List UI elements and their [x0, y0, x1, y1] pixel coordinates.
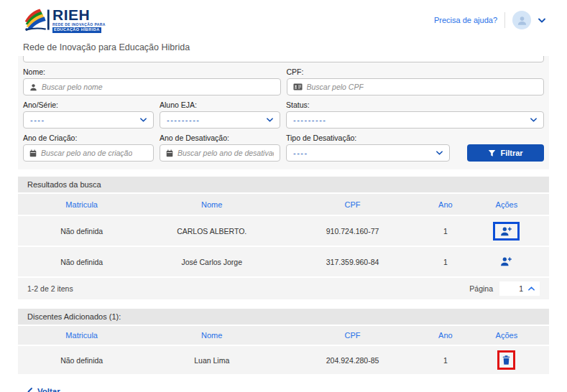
results-table-header: Matricula Nome CPF Ano Ações: [18, 194, 549, 215]
add-student-button[interactable]: [500, 256, 512, 266]
chevron-down-icon: [267, 118, 273, 122]
ano-serie-value: ----: [30, 116, 45, 124]
cpf-label: CPF:: [287, 67, 545, 76]
col-header-acoes: Ações: [464, 331, 549, 340]
page: RIEH REDE DE INOVAÇÃO PARA EDUCAÇÃO HÍBR…: [0, 0, 567, 392]
ano-serie-select[interactable]: ----: [23, 111, 154, 129]
cell-cpf: 204.924.280-85: [278, 356, 427, 365]
add-student-button[interactable]: [500, 226, 512, 236]
added-section-title: Discentes Adicionados (1):: [18, 309, 549, 326]
logo-text: RIEH REDE DE INOVAÇÃO PARA EDUCAÇÃO HÍBR…: [52, 7, 106, 33]
col-header-nome[interactable]: Nome: [145, 331, 278, 340]
ano-desativacao-input[interactable]: Buscar pelo ano de desativação: [160, 144, 280, 162]
ano-desativacao-placeholder: Buscar pelo ano de desativação: [178, 149, 274, 157]
id-card-icon: [293, 83, 303, 90]
page-label: Página: [469, 284, 493, 293]
cell-acoes: [464, 222, 549, 241]
nome-label: Nome:: [23, 67, 281, 76]
cpf-input[interactable]: Buscar pelo CPF: [287, 78, 545, 95]
blue-highlight-box: [493, 222, 520, 241]
cell-nome: José Carlos Jorge: [145, 258, 278, 266]
chevron-down-icon: [530, 118, 537, 122]
ano-serie-field: Ano/Série: ----: [23, 101, 154, 129]
ano-criacao-label: Ano de Criação:: [23, 134, 154, 142]
rieh-logo[interactable]: RIEH REDE DE INOVAÇÃO PARA EDUCAÇÃO HÍBR…: [23, 7, 106, 33]
col-header-cpf[interactable]: CPF: [278, 200, 427, 209]
ano-criacao-field: Ano de Criação: Buscar pelo ano de criaç…: [23, 134, 154, 162]
table-row: Não definida CARLOS ALBERTO. 910.724.160…: [18, 215, 549, 246]
form-row-3: Ano de Criação: Buscar pelo ano de criaç…: [23, 134, 544, 162]
col-header-cpf[interactable]: CPF: [278, 331, 427, 340]
cell-cpf: 910.724.160-77: [278, 227, 427, 235]
col-header-ano[interactable]: Ano: [427, 331, 464, 340]
results-table-footer: 1-2 de 2 itens Página 1: [18, 276, 549, 299]
person-plus-icon: [500, 226, 512, 236]
cell-ano: 1: [427, 227, 464, 235]
filtrar-button[interactable]: Filtrar: [467, 144, 544, 162]
top-right-actions: Precisa de ajuda?: [434, 11, 545, 29]
user-menu-chevron-down-icon[interactable]: [538, 18, 545, 23]
clipped-input[interactable]: [23, 56, 544, 62]
col-header-nome[interactable]: Nome: [145, 200, 278, 209]
book-fan-logo-icon: [23, 7, 50, 33]
page-title: Rede de Inovação para Educação Hibrida: [0, 36, 567, 56]
chevron-down-icon: [140, 118, 147, 122]
ano-desativacao-label: Ano de Desativação:: [160, 134, 280, 142]
page-number: 1: [519, 284, 523, 293]
ano-criacao-placeholder: Buscar pelo ano de criação: [41, 149, 132, 157]
filtrar-label: Filtrar: [500, 149, 522, 157]
col-header-acoes: Ações: [464, 200, 549, 209]
funnel-icon: [488, 149, 496, 157]
cell-matricula: Não definida: [18, 227, 145, 235]
user-avatar[interactable]: [512, 11, 531, 29]
voltar-link[interactable]: Voltar: [27, 387, 60, 392]
filter-button-wrap: Filtrar: [456, 134, 544, 162]
table-row: Não definida José Carlos Jorge 317.359.9…: [18, 246, 549, 276]
cell-acoes: [464, 350, 549, 370]
aluno-eja-value: ---------: [167, 116, 200, 124]
nome-input[interactable]: Buscar pelo nome: [23, 78, 281, 95]
caret-up-icon[interactable]: [528, 286, 535, 291]
cpf-placeholder: Buscar pelo CPF: [307, 83, 364, 91]
items-count: 1-2 de 2 itens: [27, 284, 73, 293]
chevron-left-icon: [27, 388, 32, 392]
logo-subtitle-1: REDE DE INOVAÇÃO PARA: [52, 23, 106, 27]
col-header-matricula[interactable]: Matricula: [18, 331, 145, 340]
cell-nome: Luan Lima: [145, 356, 278, 365]
help-link[interactable]: Precisa de ajuda?: [434, 16, 497, 24]
tipo-desativacao-field: Tipo de Desativação: ----: [286, 134, 450, 162]
person-plus-icon: [500, 256, 512, 266]
delete-student-button[interactable]: [502, 355, 510, 365]
aluno-eja-label: Aluno EJA:: [160, 101, 280, 109]
col-header-ano[interactable]: Ano: [427, 200, 464, 209]
page-number-stepper[interactable]: 1: [499, 281, 540, 296]
status-value: ---------: [293, 116, 326, 124]
added-students-section: Discentes Adicionados (1): Matricula Nom…: [18, 309, 549, 374]
pagination: Página 1: [469, 281, 540, 296]
chevron-down-icon: [436, 151, 443, 155]
table-row: Não definida Luan Lima 204.924.280-85 1: [18, 345, 549, 374]
trash-icon: [502, 355, 510, 365]
person-icon: [29, 83, 37, 91]
filter-form: Nome: Buscar pelo nome CPF: Busca: [18, 56, 549, 169]
cell-ano: 1: [427, 356, 464, 365]
logo-subtitle-2: EDUCAÇÃO HÍBRIDA: [52, 27, 101, 33]
aluno-eja-field: Aluno EJA: ---------: [160, 101, 280, 129]
ano-criacao-input[interactable]: Buscar pelo ano de criação: [23, 144, 154, 162]
person-icon: [517, 15, 527, 26]
status-select[interactable]: ---------: [286, 111, 544, 129]
top-bar: RIEH REDE DE INOVAÇÃO PARA EDUCAÇÃO HÍBR…: [0, 0, 567, 36]
ano-desativacao-field: Ano de Desativação: Buscar pelo ano de d…: [160, 134, 280, 162]
status-field: Status: ---------: [286, 101, 544, 129]
cell-matricula: Não definida: [18, 356, 145, 365]
calendar-icon: [166, 149, 173, 157]
voltar-label: Voltar: [37, 387, 60, 392]
header-divider: [504, 12, 505, 28]
aluno-eja-select[interactable]: ---------: [160, 111, 280, 129]
col-header-matricula[interactable]: Matricula: [18, 200, 145, 209]
tipo-desativacao-select[interactable]: ----: [286, 144, 450, 162]
cell-matricula: Não definida: [18, 258, 145, 266]
added-table-header: Matricula Nome CPF Ano Ações: [18, 326, 549, 345]
form-row-1: Nome: Buscar pelo nome CPF: Busca: [23, 67, 544, 95]
ano-serie-label: Ano/Série:: [23, 101, 154, 109]
